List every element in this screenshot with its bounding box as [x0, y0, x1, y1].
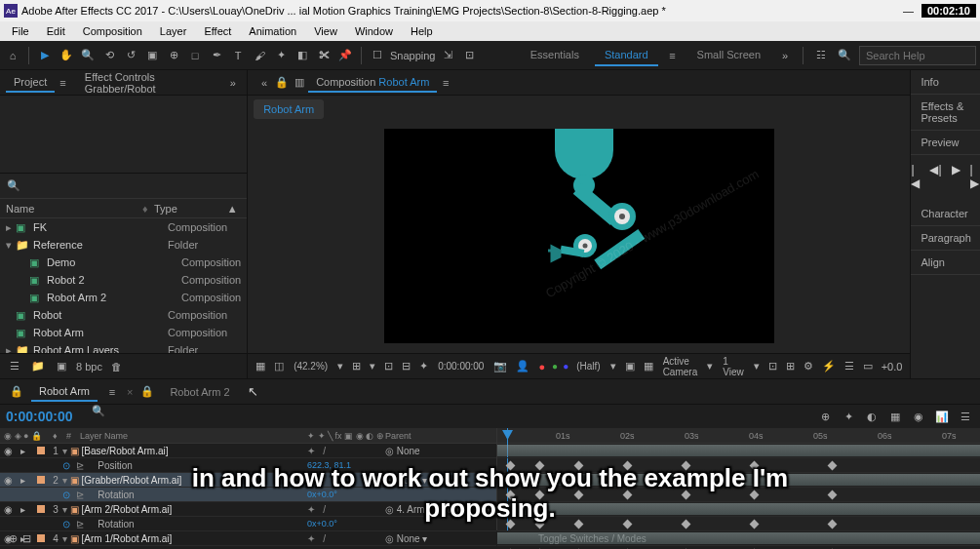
- menu-effect[interactable]: Effect: [196, 23, 239, 39]
- view-opt2-icon[interactable]: ⊞: [784, 360, 797, 373]
- keyframe[interactable]: [750, 490, 760, 500]
- channel-icon[interactable]: ●: [536, 361, 547, 373]
- keyframe[interactable]: [623, 520, 633, 529]
- tl-lock2-icon[interactable]: 🔒: [138, 383, 156, 401]
- tl-frame-blend-icon[interactable]: ▦: [886, 408, 904, 425]
- keyframe[interactable]: [750, 461, 760, 471]
- menu-file[interactable]: File: [4, 23, 37, 39]
- home-icon[interactable]: ⌂: [4, 47, 21, 64]
- clone-tool-icon[interactable]: ✦: [272, 47, 290, 64]
- menu-view[interactable]: View: [306, 23, 345, 39]
- keyframe[interactable]: [574, 461, 584, 471]
- keyframe[interactable]: [623, 461, 633, 471]
- prev-frame-icon[interactable]: ◀|: [929, 163, 941, 190]
- keyframe[interactable]: [506, 520, 516, 529]
- menu-layer[interactable]: Layer: [152, 23, 195, 39]
- snap-opt2-icon[interactable]: ⊡: [461, 47, 479, 64]
- track[interactable]: [497, 444, 980, 458]
- keyframe[interactable]: [828, 490, 838, 500]
- tl-shy-icon[interactable]: ◐: [863, 408, 881, 425]
- shape-tool-icon[interactable]: □: [186, 47, 204, 64]
- project-row[interactable]: ▣Robot Arm 2Composition: [0, 289, 247, 306]
- keyframe[interactable]: [682, 520, 691, 529]
- workspace-small[interactable]: Small Screen: [687, 45, 770, 66]
- mask-icon[interactable]: ◫: [272, 360, 286, 373]
- layer-name-col[interactable]: Layer Name: [80, 431, 307, 441]
- menu-edit[interactable]: Edit: [39, 23, 73, 39]
- region-icon[interactable]: ▣: [623, 360, 637, 373]
- new-comp-icon[interactable]: ▣: [53, 358, 70, 375]
- keyframe[interactable]: [750, 520, 760, 529]
- flowchart-icon[interactable]: ▭: [861, 360, 875, 373]
- comp-canvas[interactable]: Copyright © 2020 - www.p30download.com: [384, 129, 774, 343]
- show-snap-icon[interactable]: 👤: [514, 360, 531, 373]
- layer-property-row[interactable]: ⊙⊵ Rotation0x+0.0°: [0, 488, 496, 502]
- menu-help[interactable]: Help: [403, 23, 441, 39]
- menu-window[interactable]: Window: [347, 23, 401, 39]
- viewport[interactable]: Copyright © 2020 - www.p30download.com: [248, 119, 910, 353]
- selection-tool-icon[interactable]: ▶: [36, 47, 54, 64]
- bpc-label[interactable]: 8 bpc: [76, 361, 102, 373]
- roto-tool-icon[interactable]: ✀: [315, 47, 333, 64]
- keyframe[interactable]: [828, 520, 838, 529]
- next-frame-icon[interactable]: |▶: [970, 163, 979, 190]
- project-row[interactable]: ▣Robot 2Composition: [0, 271, 247, 289]
- layer-row[interactable]: ◉ ▸2▾ ▣ [Grabber/Robot Arm.ai]✦ / ◎ None…: [0, 473, 496, 488]
- orbit-tool-icon[interactable]: ⟲: [100, 47, 118, 64]
- keyframe[interactable]: [506, 461, 516, 471]
- preview-section[interactable]: Preview≡: [911, 131, 980, 155]
- new-folder-icon[interactable]: 📁: [29, 358, 47, 375]
- alpha-icon[interactable]: ▦: [254, 360, 267, 373]
- project-row[interactable]: ▾📁ReferenceFolder: [0, 236, 247, 254]
- tl-collapse-icon[interactable]: ⊟: [20, 529, 33, 547]
- comp-chevron-left-icon[interactable]: «: [255, 74, 273, 92]
- project-row[interactable]: ▸📁Robot Arm LayersFolder: [0, 341, 247, 353]
- brush-tool-icon[interactable]: 🖌: [251, 47, 268, 64]
- effects-section[interactable]: Effects & Presets: [911, 95, 980, 131]
- time-ruler[interactable]: 01s02s03s04s05s06s07s: [497, 428, 980, 444]
- track[interactable]: [497, 473, 980, 488]
- tl-expand-icon[interactable]: ⊕: [6, 529, 20, 547]
- project-tab-menu-icon[interactable]: ≡: [55, 74, 71, 92]
- goto-start-icon[interactable]: |◀: [911, 163, 920, 190]
- snapping-checkbox[interactable]: ☐: [369, 47, 386, 64]
- track[interactable]: [497, 488, 980, 502]
- current-time[interactable]: 0:00:00:00: [6, 409, 84, 424]
- tl-lock-icon[interactable]: 🔒: [8, 383, 25, 401]
- eraser-tool-icon[interactable]: ◧: [294, 47, 311, 64]
- comp-subtab[interactable]: Robot Arm: [254, 99, 324, 119]
- keyframe[interactable]: [828, 461, 838, 471]
- align-section[interactable]: Align: [911, 251, 980, 275]
- fast-preview-icon[interactable]: ⚡: [820, 360, 838, 373]
- snapshot-icon[interactable]: 📷: [491, 360, 509, 373]
- grid-icon[interactable]: ⊟: [400, 360, 412, 373]
- tl-graph-icon[interactable]: 📊: [933, 408, 951, 425]
- panel-chevron-icon[interactable]: »: [225, 74, 242, 92]
- project-row[interactable]: ▸▣FKComposition: [0, 218, 247, 236]
- pixel-icon[interactable]: ⚙: [802, 360, 815, 373]
- zoom-dropdown[interactable]: (42.2%): [291, 361, 331, 372]
- safe-icon[interactable]: ⊡: [382, 360, 395, 373]
- keyframe[interactable]: [535, 520, 545, 529]
- transparent-icon[interactable]: ▦: [642, 360, 655, 373]
- timeline-tab-2[interactable]: Robot Arm 2: [162, 383, 237, 401]
- libraries-icon[interactable]: ☷: [812, 47, 830, 64]
- tl-opt2-icon[interactable]: ✦: [840, 408, 857, 425]
- workspace-chevron-icon[interactable]: »: [776, 47, 794, 64]
- play-icon[interactable]: ▶: [952, 163, 960, 190]
- keyframe[interactable]: [682, 490, 691, 500]
- layer-row[interactable]: ◉ ▸1▾ ▣ [Base/Robot Arm.ai]✦ / ◎ None: [0, 444, 496, 458]
- half-dropdown[interactable]: (Half): [573, 361, 603, 372]
- timeline-icon[interactable]: ☰: [843, 360, 856, 373]
- effect-controls-tab[interactable]: Effect Controls Grabber/Robot: [77, 68, 225, 98]
- comp-lock-icon[interactable]: 🔒: [273, 74, 291, 92]
- workspace-standard[interactable]: Standard: [595, 45, 658, 66]
- timeline-tab-1[interactable]: Robot Arm: [31, 382, 98, 402]
- project-tab[interactable]: Project: [6, 73, 55, 93]
- info-section[interactable]: Info: [911, 70, 980, 95]
- time-readout[interactable]: 0:00:00:00: [435, 361, 487, 372]
- project-row[interactable]: ▣RobotComposition: [0, 306, 247, 324]
- pen-tool-icon[interactable]: ✒: [208, 47, 225, 64]
- keyframe[interactable]: [682, 461, 691, 471]
- composition-tab[interactable]: Composition Robot Arm: [308, 73, 437, 93]
